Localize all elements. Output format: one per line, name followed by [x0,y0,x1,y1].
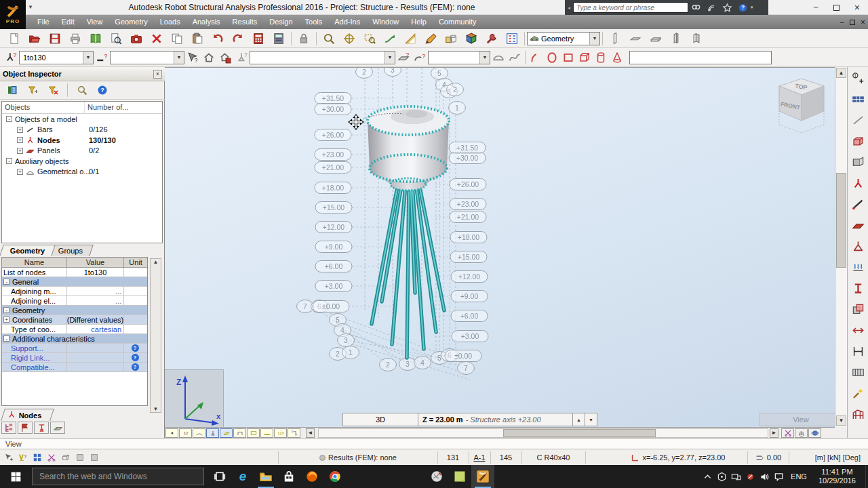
save-file-button[interactable] [45,30,65,47]
dimensions-button[interactable] [849,342,867,360]
supports-button[interactable] [849,237,867,255]
find-icon[interactable] [691,3,701,13]
minimize-button[interactable]: − [813,0,818,15]
start-button[interactable] [0,465,32,488]
menu-edit[interactable]: Edit [56,15,81,29]
property-row-adjoining-el[interactable]: Adjoining el...... [2,296,147,306]
select-nodes-button[interactable]: ? [3,49,19,66]
axis-down-spinner[interactable]: ▼ [585,413,597,426]
coordinates-cell[interactable]: x=-6.25, y=2.77, z=23.00 [610,449,746,466]
zoom-button[interactable] [319,30,339,47]
node-selection-combo[interactable]: 1to130▼ [19,51,94,64]
property-row-compatible[interactable]: Compatible...? [2,363,147,372]
panel-thickness-toggle[interactable] [260,428,273,438]
cladding-2-button[interactable] [625,30,646,47]
object-colored-button[interactable] [461,30,481,47]
taskbar-search-box[interactable]: Search the web and Windows [32,468,204,485]
panel-flag-button[interactable] [18,422,33,434]
water-tower-structure[interactable] [351,106,449,358]
tree-item-objects-of-a-model[interactable]: -Objects of a model [2,114,162,125]
vertical-scroll-thumb[interactable] [836,173,846,268]
panel-close-icon[interactable]: × [153,70,162,79]
property-row-geometry[interactable]: -Geometry [2,306,147,315]
section-cut-button[interactable] [781,428,794,438]
record-muted-tray-icon[interactable] [743,465,757,488]
action-center-tray-icon[interactable] [772,465,786,488]
node-count-cell[interactable]: 131 [438,449,468,466]
results-status[interactable]: Results (FEM): none [279,449,437,466]
menu-addins[interactable]: Add-Ins [328,15,366,29]
loads-button[interactable] [849,258,867,276]
select-panels-button[interactable]: ? [395,49,412,66]
scroll-up-icon[interactable]: ▲ [836,68,846,78]
horizontal-scrollbar[interactable] [318,428,768,438]
pan-hand-button[interactable] [795,428,808,438]
draw-cone-button[interactable] [609,49,625,66]
lock-button[interactable] [294,30,314,47]
node-numbers-toggle[interactable]: 12 [179,428,192,438]
scroll-left-icon[interactable]: ◄ [306,428,315,438]
menu-help[interactable]: Help [405,15,433,29]
save-view-button[interactable] [217,49,233,66]
second-screen-tray-icon[interactable] [729,465,743,488]
scroll-down-icon[interactable]: ▼ [836,415,846,426]
tray-chevron-tray-icon[interactable] [701,465,715,488]
profile-cell[interactable]: C R40x40 [522,449,585,466]
tree-item-panels[interactable]: +Panels0/2 [2,146,162,157]
chrome-taskbar-button[interactable] [323,465,347,488]
axis-badge-cell[interactable]: A-1 [469,449,490,466]
select-supports-button[interactable]: ? [233,49,250,66]
expand-icon[interactable]: - [3,307,9,313]
infocenter-collapse-icon[interactable]: ◂ [568,5,570,11]
property-row-adjoining-m[interactable]: Adjoining m...... [2,287,147,296]
close-button[interactable]: × [854,0,860,15]
child-restore-button[interactable] [850,20,855,25]
new-file-button[interactable] [4,30,24,47]
combo-dropdown-icon[interactable]: ▼ [589,33,599,45]
polyline-button[interactable] [849,111,867,129]
layout-selector-combo[interactable]: Geometry▼ [527,32,600,45]
structure-axis-cell[interactable]: Z = 23.00 m - Structure axis +23.00 [418,413,573,426]
property-name[interactable]: Support... [11,344,43,352]
menu-loads[interactable]: Loads [154,15,186,29]
nodes-bottom-tab[interactable]: Nodes [1,409,54,421]
tree-item-nodes[interactable]: +Nodes130/130 [2,135,162,146]
dome-tool-button[interactable] [490,49,507,66]
tools-wrench-button[interactable] [481,30,502,47]
section-shapes-toggle[interactable] [220,428,233,438]
home-view-button[interactable] [201,49,217,66]
panels-button[interactable] [849,216,867,234]
property-name[interactable]: Rigid Link... [11,354,50,362]
undo-button[interactable] [208,30,228,47]
display-list-button[interactable] [502,30,522,47]
delete-button[interactable] [146,30,167,47]
edge-browser-taskbar-button[interactable]: e [231,465,254,488]
command-line-field[interactable] [629,51,772,64]
bar-arcs-toggle[interactable] [193,428,205,438]
select-pointer-button[interactable] [3,453,14,462]
expand-icon[interactable]: + [17,148,23,154]
print-button[interactable] [65,30,85,47]
view-cube-1-button[interactable] [60,453,71,462]
wizard-button[interactable] [849,384,867,402]
scroll-right-icon[interactable]: ► [770,428,778,438]
curve-tool-button[interactable] [507,49,523,66]
presentation-button[interactable] [4,81,20,99]
view-query-button[interactable]: ? [17,453,28,462]
file-explorer-taskbar-button[interactable] [254,465,277,488]
help-menu-caret-icon[interactable]: ▾ [751,5,753,10]
property-row-rigid-link[interactable]: Rigid Link...? [2,353,147,363]
expand-icon[interactable]: + [17,127,23,133]
bar-shapes-toggle[interactable] [233,428,246,438]
tree-view-button[interactable] [1,422,16,434]
expand-icon[interactable]: + [3,317,9,323]
support-display-toggle[interactable] [206,428,219,438]
object-selection-combo[interactable]: ▼ [428,51,490,64]
view-mode-cell[interactable]: 3D [342,413,418,426]
orbit-ball-button[interactable] [808,428,821,438]
menu-analysis[interactable]: Analysis [186,15,226,29]
property-row-coordinates[interactable]: +Coordinates(Different values) [2,315,147,325]
paste-button[interactable] [187,30,208,47]
help-icon[interactable]: ? [132,363,139,371]
select-bars-button[interactable]: ? [94,49,110,66]
